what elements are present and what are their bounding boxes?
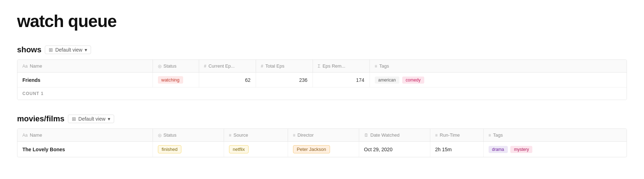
sigma-icon: Σ (318, 64, 320, 69)
movies-row-runtime: 2h 15m (430, 142, 483, 157)
shows-col-status: ◎Status (153, 60, 199, 73)
shows-table-header-row: AaName ◎Status #Current Ep... #Total Eps… (17, 60, 627, 73)
movies-row-director: Peter Jackson (288, 142, 359, 157)
shows-col-tags: ≡Tags (369, 60, 627, 73)
movies-col-director: ≡Director (288, 129, 359, 142)
count-label: COUNT (22, 91, 39, 96)
shows-col-current-ep: #Current Ep... (199, 60, 256, 73)
movies-row-status: finished (153, 142, 224, 157)
shows-col-eps-remaining: ΣEps Rem... (313, 60, 369, 73)
shows-col-total-eps: #Total Eps (256, 60, 313, 73)
shows-row-current-ep: 62 (199, 73, 256, 88)
table-row: The Lovely Bones finished netflix Peter … (17, 142, 627, 157)
status-icon: ◎ (158, 64, 161, 69)
list-icon-1: ≡ (375, 64, 377, 69)
shows-view-selector[interactable]: ⊞ Default view ▾ (45, 46, 91, 54)
shows-row-eps-remaining: 174 (313, 73, 369, 88)
shows-view-label: Default view (55, 47, 82, 53)
movies-status-icon: ◎ (158, 133, 161, 138)
movies-runtime-icon: ≡ (435, 133, 438, 138)
movies-table-header-row: AaName ◎Status ≡Source ≡Director 🗓Date W… (17, 129, 627, 142)
movies-director-icon: ≡ (293, 133, 296, 138)
shows-section-title: shows (17, 45, 41, 54)
shows-row-status: watching (153, 73, 199, 88)
movies-col-status: ◎Status (153, 129, 224, 142)
shows-section: shows ⊞ Default view ▾ AaName ◎Status #C… (17, 45, 627, 100)
shows-row-total-eps: 236 (256, 73, 313, 88)
movies-view-chevron: ▾ (108, 116, 110, 122)
movies-row-name: The Lovely Bones (17, 142, 153, 157)
shows-table-container: AaName ◎Status #Current Ep... #Total Eps… (17, 59, 627, 100)
movies-source-icon: ≡ (229, 133, 231, 138)
page-title: watch queue (17, 11, 627, 31)
movies-col-runtime: ≡Run-Time (430, 129, 483, 142)
movies-view-selector[interactable]: ⊞ Default view ▾ (68, 115, 114, 123)
table-row: Friends watching 62 236 174 american com… (17, 73, 627, 88)
hash-icon-1: # (204, 64, 207, 69)
tag-mystery: mystery (510, 146, 532, 153)
tag-drama: drama (489, 146, 508, 153)
movies-section-title: movies/films (17, 114, 64, 123)
movies-grid-icon: ⊞ (72, 116, 76, 122)
hash-icon-2: # (261, 64, 264, 69)
movies-col-source: ≡Source (224, 129, 288, 142)
movies-col-name: AaName (17, 129, 153, 142)
movies-calendar-icon: 🗓 (364, 133, 368, 138)
aa-icon: Aa (22, 64, 28, 69)
shows-row-name: Friends (17, 73, 153, 88)
movies-table-container: AaName ◎Status ≡Source ≡Director 🗓Date W… (17, 128, 627, 157)
shows-section-header: shows ⊞ Default view ▾ (17, 45, 627, 54)
grid-icon: ⊞ (49, 47, 53, 53)
movies-table: AaName ◎Status ≡Source ≡Director 🗓Date W… (17, 129, 627, 157)
movies-col-tags: ≡Tags (483, 129, 627, 142)
movies-section: movies/films ⊞ Default view ▾ AaName ◎St… (17, 114, 627, 157)
movies-director-badge: Peter Jackson (293, 145, 330, 153)
count-value: 1 (41, 91, 44, 96)
movies-col-date-watched: 🗓Date Watched (359, 129, 430, 142)
movies-aa-icon: Aa (22, 133, 28, 138)
movies-view-label: Default view (78, 116, 105, 122)
tag-american: american (375, 77, 399, 84)
tag-comedy: comedy (402, 77, 424, 84)
movies-section-header: movies/films ⊞ Default view ▾ (17, 114, 627, 123)
movies-tags-icon: ≡ (489, 133, 491, 138)
shows-count-row: COUNT 1 (17, 87, 627, 100)
shows-row-tags: american comedy (369, 73, 627, 88)
movies-source-badge: netflix (229, 145, 249, 153)
movies-row-source: netflix (224, 142, 288, 157)
shows-view-chevron: ▾ (85, 47, 87, 53)
shows-col-name: AaName (17, 60, 153, 73)
shows-table: AaName ◎Status #Current Ep... #Total Eps… (17, 60, 627, 87)
movies-row-tags: drama mystery (483, 142, 627, 157)
movies-status-badge: finished (158, 145, 182, 153)
status-badge: watching (158, 76, 183, 84)
movies-row-date-watched: Oct 29, 2020 (359, 142, 430, 157)
